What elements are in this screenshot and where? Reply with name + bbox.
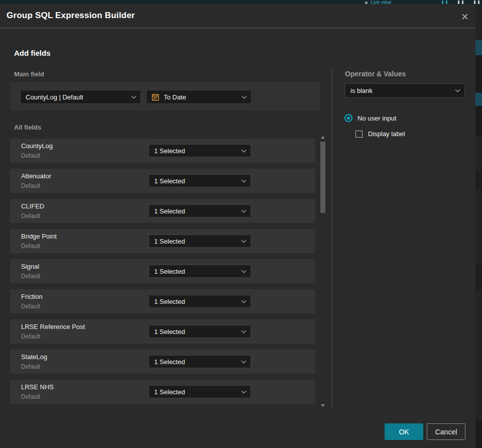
field-row: Friction Default 1 Selected bbox=[10, 289, 315, 313]
field-selection-value: 1 Selected bbox=[154, 207, 242, 215]
field-selection-value: 1 Selected bbox=[154, 268, 242, 275]
field-name: CountyLog bbox=[21, 142, 53, 150]
backdrop-sidebar-item bbox=[475, 265, 482, 290]
operator-select[interactable]: is blank bbox=[345, 83, 465, 98]
ok-button[interactable]: OK bbox=[385, 423, 423, 440]
main-field-label: Main field bbox=[14, 70, 44, 78]
field-name: LRSE Reference Post bbox=[21, 323, 85, 330]
field-name: Friction bbox=[21, 293, 43, 300]
field-selection-select[interactable]: 1 Selected bbox=[149, 235, 251, 248]
display-label-label: Display label bbox=[368, 130, 405, 138]
field-subtitle: Default bbox=[21, 333, 40, 340]
backdrop-right-sidebar bbox=[475, 4, 482, 448]
backdrop-sidebar-item bbox=[475, 106, 482, 136]
backdrop-top-bar: Live view bbox=[0, 0, 482, 4]
field-subtitle: Default bbox=[21, 152, 40, 159]
field-row: Attenuator Default 1 Selected bbox=[10, 169, 315, 193]
field-subtitle: Default bbox=[21, 212, 40, 219]
chevron-down-icon bbox=[242, 358, 247, 363]
scroll-down-icon[interactable] bbox=[321, 404, 325, 407]
chevron-down-icon bbox=[242, 388, 247, 393]
live-view-label: Live view bbox=[371, 0, 391, 4]
display-label-checkbox-row[interactable]: Display label bbox=[355, 130, 405, 138]
field-selection-select[interactable]: 1 Selected bbox=[149, 295, 251, 308]
radio-selected-icon[interactable] bbox=[344, 114, 352, 122]
backdrop-toolbar-icon bbox=[474, 1, 475, 4]
chevron-down-icon bbox=[242, 147, 247, 152]
close-icon[interactable]: ✕ bbox=[457, 9, 472, 24]
backdrop-sidebar-item bbox=[475, 170, 482, 190]
dialog-titlebar: Group SQL Expression Builder ✕ bbox=[0, 4, 475, 28]
field-selection-select[interactable]: 1 Selected bbox=[149, 325, 251, 338]
field-row: StateLog Default 1 Selected bbox=[10, 350, 315, 374]
field-name: Attenuator bbox=[21, 172, 51, 180]
field-selection-select[interactable]: 1 Selected bbox=[149, 144, 251, 157]
all-fields-label: All fields bbox=[14, 124, 41, 131]
field-selection-value: 1 Selected bbox=[154, 358, 242, 366]
backdrop-toolbar-icon bbox=[442, 1, 443, 4]
field-selection-value: 1 Selected bbox=[154, 388, 242, 396]
field-row: CountyLog Default 1 Selected bbox=[10, 139, 315, 163]
chevron-down-icon bbox=[242, 207, 247, 212]
field-name: LRSE NHS bbox=[21, 383, 54, 391]
backdrop-toolbar-icon bbox=[478, 1, 479, 4]
field-selection-select[interactable]: 1 Selected bbox=[149, 355, 251, 368]
chevron-down-icon bbox=[242, 298, 247, 303]
scroll-up-icon[interactable] bbox=[321, 136, 325, 139]
field-selection-value: 1 Selected bbox=[154, 328, 242, 335]
field-subtitle: Default bbox=[21, 273, 40, 280]
panel-divider bbox=[332, 68, 332, 409]
main-field-select-value: CountyLog | Default bbox=[26, 93, 132, 101]
chevron-down-icon bbox=[242, 177, 247, 182]
field-subtitle: Default bbox=[21, 303, 40, 310]
chevron-down-icon bbox=[242, 238, 247, 243]
field-selection-select[interactable]: 1 Selected bbox=[149, 204, 251, 217]
field-selection-value: 1 Selected bbox=[154, 298, 242, 305]
no-user-input-radio-row[interactable]: No user input bbox=[344, 114, 396, 122]
field-row: LRSE Reference Post Default 1 Selected bbox=[10, 319, 315, 344]
backdrop-toolbar-icon bbox=[446, 1, 447, 4]
field-name: CLIFED bbox=[21, 202, 44, 210]
all-fields-list: CountyLog Default 1 Selected Attenuator … bbox=[10, 139, 315, 410]
list-scrollbar[interactable] bbox=[320, 134, 326, 409]
scrollbar-thumb[interactable] bbox=[320, 142, 325, 213]
chevron-down-icon bbox=[242, 93, 247, 98]
field-selection-value: 1 Selected bbox=[154, 177, 242, 185]
field-subtitle: Default bbox=[21, 363, 40, 370]
field-subtitle: Default bbox=[21, 393, 40, 400]
cancel-button[interactable]: Cancel bbox=[427, 423, 465, 440]
chevron-down-icon bbox=[132, 93, 137, 98]
dialog-title: Group SQL Expression Builder bbox=[7, 11, 135, 21]
main-field-box: CountyLog | Default To Date bbox=[10, 82, 320, 110]
field-selection-select[interactable]: 1 Selected bbox=[149, 265, 251, 278]
group-sql-expression-builder-dialog: Group SQL Expression Builder ✕ Add field… bbox=[0, 4, 475, 448]
field-selection-value: 1 Selected bbox=[154, 238, 242, 245]
main-field-type-select[interactable]: To Date bbox=[146, 90, 252, 104]
field-name: Bridge Point bbox=[21, 233, 57, 240]
field-selection-value: 1 Selected bbox=[154, 147, 242, 155]
add-fields-heading: Add fields bbox=[14, 49, 51, 57]
checkbox-unchecked-icon[interactable] bbox=[355, 131, 363, 138]
chevron-down-icon bbox=[242, 328, 247, 333]
field-row: LRSE NHS Default 1 Selected bbox=[10, 380, 315, 404]
field-subtitle: Default bbox=[21, 243, 40, 250]
field-name: Signal bbox=[21, 263, 39, 270]
field-subtitle: Default bbox=[21, 182, 40, 189]
field-selection-select[interactable]: 1 Selected bbox=[149, 385, 251, 398]
chevron-down-icon bbox=[242, 268, 247, 273]
operator-select-value: is blank bbox=[350, 87, 456, 94]
field-row: Bridge Point Default 1 Selected bbox=[10, 229, 315, 253]
calendar-icon bbox=[152, 93, 159, 101]
backdrop-sidebar-item bbox=[475, 55, 482, 92]
backdrop-toolbar-icon bbox=[462, 1, 463, 4]
field-selection-select[interactable]: 1 Selected bbox=[149, 174, 251, 187]
backdrop-sidebar-item bbox=[475, 421, 482, 448]
backdrop-toolbar-icon bbox=[458, 1, 459, 4]
main-field-select[interactable]: CountyLog | Default bbox=[20, 90, 141, 104]
chevron-down-icon bbox=[455, 87, 460, 92]
no-user-input-label: No user input bbox=[357, 115, 396, 122]
backdrop-sidebar-item bbox=[475, 40, 482, 55]
field-row: Signal Default 1 Selected bbox=[10, 259, 315, 283]
field-name: StateLog bbox=[21, 353, 47, 361]
field-row: CLIFED Default 1 Selected bbox=[10, 199, 315, 223]
